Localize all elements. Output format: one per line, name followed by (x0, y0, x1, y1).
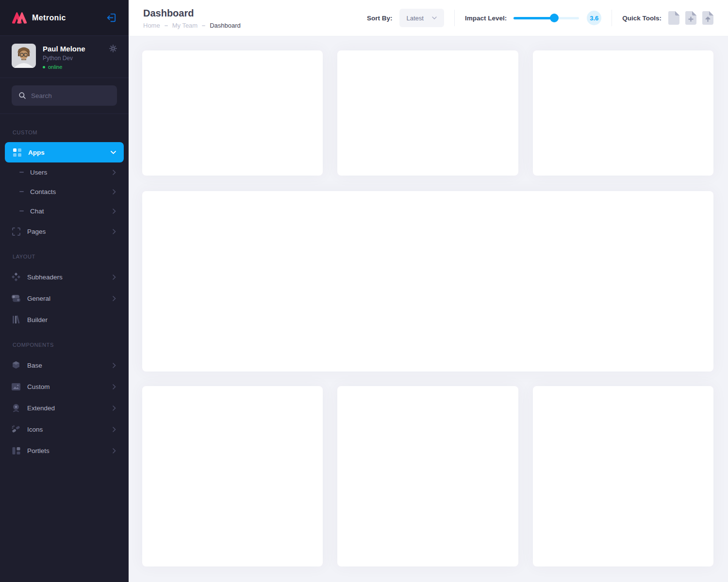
extended-icon (12, 404, 20, 412)
quick-tool-add-file-button[interactable] (685, 11, 696, 25)
chevron-right-icon (113, 427, 116, 432)
page-title: Dashboard (143, 8, 241, 19)
sidebar: Metronic (0, 0, 129, 582)
search-input[interactable] (31, 92, 110, 99)
avatar[interactable] (12, 44, 36, 68)
impact-slider-track (513, 17, 579, 19)
breadcrumb-current: Dashboard (210, 22, 241, 29)
chevron-right-icon (113, 170, 116, 175)
sidebar-item-chat[interactable]: Chat (0, 201, 129, 221)
bottom-card-row (142, 386, 713, 566)
quick-tool-upload-file-button[interactable] (702, 11, 713, 25)
sidebar-collapse-button[interactable] (106, 12, 117, 23)
app-root: Metronic (0, 0, 728, 582)
sidebar-item-label: Apps (28, 149, 111, 156)
main-area: Dashboard Home My Team Dashboard Sort By… (129, 0, 728, 582)
card-top-2 (337, 50, 518, 176)
gear-icon (109, 45, 117, 52)
file-icon (668, 11, 679, 25)
icons-link-icon (12, 425, 20, 434)
title-block: Dashboard Home My Team Dashboard (143, 7, 241, 29)
chevron-right-icon (113, 384, 116, 389)
file-upload-icon (702, 11, 713, 25)
apps-grid-icon (13, 148, 21, 157)
sidebar-item-label: Chat (30, 208, 113, 215)
header-divider (454, 10, 455, 26)
sidebar-item-portlets[interactable]: Portlets (0, 440, 129, 461)
sidebar-item-label: Builder (27, 316, 116, 323)
sidebar-item-label: General (27, 295, 113, 302)
sidebar-item-label: Icons (27, 426, 113, 433)
top-card-row (142, 50, 713, 176)
impact-level-label: Impact Level: (465, 15, 507, 22)
sidebar-item-apps[interactable]: Apps (5, 142, 124, 162)
profile-status: online (43, 64, 85, 70)
sidebar-item-label: Users (30, 169, 113, 176)
sidebar-collapse-icon (106, 12, 117, 23)
sidebar-item-general[interactable]: General (0, 288, 129, 309)
breadcrumb-my-team[interactable]: My Team (172, 22, 198, 29)
breadcrumb-home[interactable]: Home (143, 22, 160, 29)
chevron-right-icon (113, 189, 116, 194)
file-plus-icon (685, 11, 696, 25)
sidebar-item-users[interactable]: Users (0, 162, 129, 182)
quick-tools-label: Quick Tools: (622, 15, 662, 22)
sidebar-item-contacts[interactable]: Contacts (0, 182, 129, 201)
sidebar-item-pages[interactable]: Pages (0, 221, 129, 242)
sidebar-item-base[interactable]: Base (0, 355, 129, 376)
sidebar-item-label: Custom (27, 383, 113, 390)
search-icon (18, 92, 26, 99)
pages-icon (12, 227, 20, 236)
sidebar-item-builder[interactable]: Builder (0, 309, 129, 330)
dashboard-content (129, 36, 728, 581)
sidebar-item-label: Extended (27, 404, 113, 412)
base-cube-icon (12, 361, 20, 370)
custom-image-icon (12, 383, 20, 390)
sidebar-item-extended[interactable]: Extended (0, 397, 129, 419)
section-label-components: COMPONENTS (0, 342, 129, 348)
builder-icon (12, 315, 20, 324)
card-bottom-2 (337, 386, 518, 566)
online-status-text: online (48, 64, 62, 70)
sidebar-item-icons[interactable]: Icons (0, 419, 129, 440)
chevron-right-icon (113, 275, 116, 280)
impact-slider-thumb[interactable] (550, 14, 559, 22)
sidebar-item-label: Subheaders (27, 274, 113, 281)
sidebar-item-label: Base (27, 362, 113, 369)
dash-bullet-icon (19, 210, 24, 211)
quick-tools (668, 11, 713, 25)
subheaders-icon (12, 273, 20, 281)
online-dot (43, 66, 45, 68)
breadcrumb-separator (165, 25, 168, 26)
impact-slider-fill (513, 17, 554, 19)
chevron-right-icon (113, 405, 116, 411)
quick-tool-file-button[interactable] (668, 11, 679, 25)
profile-name[interactable]: Paul Melone (43, 45, 85, 53)
search-input-box[interactable] (12, 85, 117, 106)
dash-bullet-icon (19, 191, 24, 192)
header-controls: Sort By: Latest Impact Level: 3.6 (367, 9, 713, 27)
impact-value-badge: 3.6 (587, 11, 601, 25)
sort-by-label: Sort By: (367, 15, 393, 22)
chevron-down-icon (111, 151, 116, 154)
profile-settings-button[interactable] (108, 44, 118, 53)
chevron-right-icon (113, 229, 116, 234)
impact-slider[interactable] (513, 14, 579, 22)
general-icon (12, 295, 20, 302)
chevron-right-icon (113, 448, 116, 453)
sidebar-item-label: Portlets (27, 447, 113, 454)
chevron-right-icon (113, 296, 116, 301)
sidebar-brand: Metronic (0, 0, 129, 36)
portlets-icon (12, 447, 20, 455)
card-bottom-1 (142, 386, 323, 566)
sidebar-item-subheaders[interactable]: Subheaders (0, 266, 129, 288)
sidebar-item-custom[interactable]: Custom (0, 376, 129, 397)
sidebar-menu: CUSTOM Apps Users (0, 114, 129, 461)
search-section (0, 78, 129, 114)
section-label-custom: CUSTOM (0, 129, 129, 135)
profile-card: Paul Melone Python Dev online (0, 36, 129, 78)
sort-select[interactable]: Latest (399, 9, 444, 27)
card-wide (142, 191, 713, 372)
profile-info: Paul Melone Python Dev online (43, 44, 85, 70)
breadcrumb-separator (202, 25, 205, 26)
